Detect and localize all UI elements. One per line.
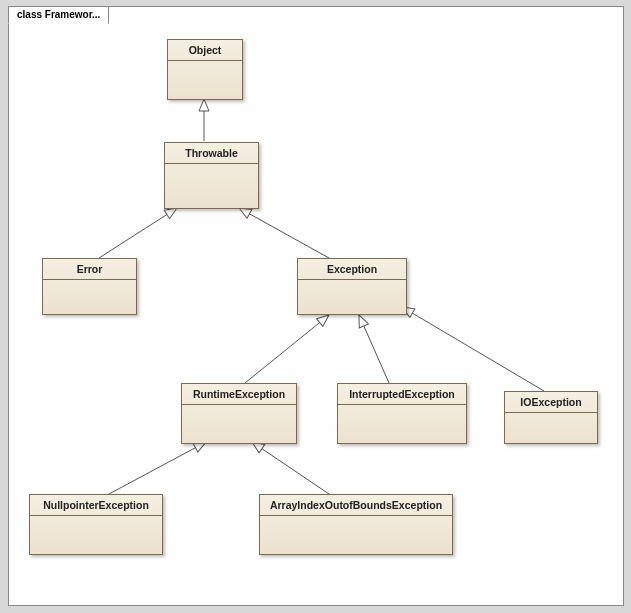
class-arrayindex-body bbox=[260, 516, 452, 554]
class-exception: Exception bbox=[297, 258, 407, 315]
class-exception-name: Exception bbox=[298, 259, 406, 280]
class-interrupted-body bbox=[338, 405, 466, 443]
gen-nullpointer-runtime bbox=[109, 442, 206, 494]
class-arrayindex: ArrayIndexOutofBoundsException bbox=[259, 494, 453, 555]
gen-interrupted-exception bbox=[359, 315, 389, 383]
gen-runtime-exception bbox=[245, 315, 329, 383]
class-throwable-name: Throwable bbox=[165, 143, 258, 164]
class-interrupted-name: InterruptedException bbox=[338, 384, 466, 405]
class-ioexception: IOException bbox=[504, 391, 598, 444]
class-runtime-name: RuntimeException bbox=[182, 384, 296, 405]
class-exception-body bbox=[298, 280, 406, 314]
class-throwable: Throwable bbox=[164, 142, 259, 209]
class-error: Error bbox=[42, 258, 137, 315]
class-arrayindex-name: ArrayIndexOutofBoundsException bbox=[260, 495, 452, 516]
class-ioexception-body bbox=[505, 413, 597, 443]
gen-arrayindex-runtime bbox=[252, 442, 329, 494]
gen-error-throwable bbox=[99, 208, 177, 258]
class-object-name: Object bbox=[168, 40, 242, 61]
class-error-name: Error bbox=[43, 259, 136, 280]
class-nullpointer: NullpointerException bbox=[29, 494, 163, 555]
class-runtime-body bbox=[182, 405, 296, 443]
class-ioexception-name: IOException bbox=[505, 392, 597, 413]
class-interrupted: InterruptedException bbox=[337, 383, 467, 444]
diagram-tab: class Framewor... bbox=[8, 6, 109, 24]
class-runtime: RuntimeException bbox=[181, 383, 297, 444]
class-nullpointer-name: NullpointerException bbox=[30, 495, 162, 516]
class-nullpointer-body bbox=[30, 516, 162, 554]
class-object-body bbox=[168, 61, 242, 99]
diagram-frame: class Framewor... Object Throwable bbox=[8, 6, 624, 606]
diagram-title: class Framewor... bbox=[17, 9, 100, 20]
class-throwable-body bbox=[165, 164, 258, 208]
gen-ioexception-exception bbox=[402, 307, 544, 391]
class-object: Object bbox=[167, 39, 243, 100]
gen-exception-throwable bbox=[239, 208, 329, 258]
class-error-body bbox=[43, 280, 136, 314]
